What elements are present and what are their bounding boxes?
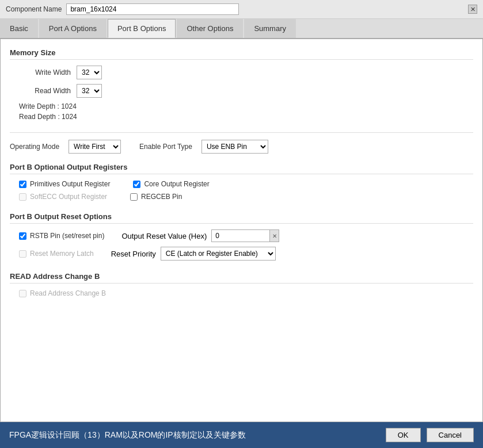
output-reset-value-label: Output Reset Value (Hex) xyxy=(121,232,207,240)
read-address-label: Read Address Change B xyxy=(30,289,106,297)
bottom-buttons: OK Cancel xyxy=(386,428,474,442)
write-depth-label: Write Depth xyxy=(19,102,55,110)
hex-input-wrap: ✕ xyxy=(211,229,279,242)
write-width-row: Write Width 32 8 16 64 xyxy=(10,66,473,79)
read-width-label: Read Width xyxy=(19,87,77,95)
title-bar: Component Name ✕ xyxy=(0,0,483,19)
reset-row-1: RSTB Pin (set/reset pin) Output Reset Va… xyxy=(19,229,473,242)
tab-basic[interactable]: Basic xyxy=(0,19,38,38)
rstb-label: RSTB Pin (set/reset pin) xyxy=(30,232,104,240)
primitives-output-check-item: Primitives Output Register xyxy=(19,180,110,188)
read-address-checkbox[interactable] xyxy=(19,290,26,297)
close-button[interactable]: ✕ xyxy=(468,5,477,14)
read-width-select[interactable]: 32 8 16 64 xyxy=(77,84,102,98)
memory-size-section: Memory Size Write Width 32 8 16 64 Read … xyxy=(10,48,473,121)
rstb-checkbox[interactable] xyxy=(19,232,26,240)
reset-options-grid: RSTB Pin (set/reset pin) Output Reset Va… xyxy=(10,229,473,261)
tab-other[interactable]: Other Options xyxy=(177,19,243,38)
write-width-label: Write Width xyxy=(19,68,77,76)
read-address-title: READ Address Change B xyxy=(10,272,473,284)
memory-size-title: Memory Size xyxy=(10,48,473,60)
write-width-select[interactable]: 32 8 16 64 xyxy=(77,66,102,79)
component-name-input[interactable] xyxy=(66,3,239,15)
core-output-label: Core Output Register xyxy=(144,180,209,188)
tab-port-b[interactable]: Port B Options xyxy=(108,19,176,38)
bottom-bar: FPGA逻辑设计回顾（13）RAM以及ROM的IP核制定以及关键参数 OK Ca… xyxy=(0,422,483,448)
softecc-output-check-item: SoftECC Output Register xyxy=(19,193,107,201)
read-depth-label: Read Depth xyxy=(19,113,56,121)
read-address-section: READ Address Change B Read Address Chang… xyxy=(10,272,473,297)
enable-port-label: Enable Port Type xyxy=(139,143,192,151)
core-output-check-item: Core Output Register xyxy=(133,180,209,188)
component-name-label: Component Name xyxy=(6,5,62,13)
tab-summary[interactable]: Summary xyxy=(244,19,296,38)
output-registers-row1: Primitives Output Register Core Output R… xyxy=(10,180,473,188)
softecc-output-label: SoftECC Output Register xyxy=(30,193,107,201)
reset-memory-check-item: Reset Memory Latch xyxy=(19,250,94,258)
reset-priority-select[interactable]: CE (Latch or Register Enable) SR (Set/Re… xyxy=(161,247,276,261)
read-width-row: Read Width 32 8 16 64 xyxy=(10,84,473,98)
main-content: Memory Size Write Width 32 8 16 64 Read … xyxy=(0,39,483,422)
primitives-output-label: Primitives Output Register xyxy=(30,180,110,188)
hex-clear-button[interactable]: ✕ xyxy=(269,230,279,242)
reset-row-2: Reset Memory Latch Reset Priority CE (La… xyxy=(19,247,473,261)
read-depth-value: 1024 xyxy=(62,113,77,121)
write-depth-row: Write Depth : 1024 xyxy=(10,102,473,110)
regceb-checkbox[interactable] xyxy=(130,193,138,201)
primitives-output-checkbox[interactable] xyxy=(19,181,26,188)
tab-port-a[interactable]: Port A Options xyxy=(39,19,107,38)
core-output-checkbox[interactable] xyxy=(133,181,140,188)
reset-priority-label: Reset Priority xyxy=(111,250,156,258)
read-address-check-item: Read Address Change B xyxy=(10,289,473,297)
enable-port-select[interactable]: Use ENB Pin Always Enabled xyxy=(201,140,268,154)
main-dialog: Component Name ✕ Basic Port A Options Po… xyxy=(0,0,483,448)
port-b-output-registers-title: Port B Optional Output Registers xyxy=(10,163,473,174)
operating-mode-label: Operating Mode xyxy=(10,143,59,151)
reset-memory-label: Reset Memory Latch xyxy=(30,250,94,258)
tab-bar: Basic Port A Options Port B Options Othe… xyxy=(0,19,483,39)
ok-button[interactable]: OK xyxy=(386,428,421,442)
operating-mode-select[interactable]: Write First Read First No Change xyxy=(69,140,121,154)
hex-input[interactable] xyxy=(212,231,269,241)
output-registers-row2: SoftECC Output Register REGCEB Pin xyxy=(10,193,473,201)
port-b-output-registers-section: Port B Optional Output Registers Primiti… xyxy=(10,163,473,201)
write-depth-value: 1024 xyxy=(61,102,77,110)
bottom-text: FPGA逻辑设计回顾（13）RAM以及ROM的IP核制定以及关键参数 xyxy=(9,430,246,441)
reset-priority-group: Reset Priority CE (Latch or Register Ena… xyxy=(111,247,276,261)
regceb-check-item: REGCEB Pin xyxy=(130,193,182,201)
operating-mode-section: Operating Mode Write First Read First No… xyxy=(10,140,473,154)
output-reset-value-group: Output Reset Value (Hex) ✕ xyxy=(121,229,279,242)
reset-memory-checkbox[interactable] xyxy=(19,250,26,258)
rstb-check-item: RSTB Pin (set/reset pin) xyxy=(19,232,104,240)
read-depth-row: Read Depth : 1024 xyxy=(10,113,473,121)
cancel-button[interactable]: Cancel xyxy=(427,428,474,442)
softecc-output-checkbox[interactable] xyxy=(19,193,26,201)
regceb-label: REGCEB Pin xyxy=(141,193,182,201)
divider-1 xyxy=(10,132,473,133)
port-b-output-reset-section: Port B Output Reset Options RSTB Pin (se… xyxy=(10,212,473,261)
port-b-output-reset-title: Port B Output Reset Options xyxy=(10,212,473,224)
